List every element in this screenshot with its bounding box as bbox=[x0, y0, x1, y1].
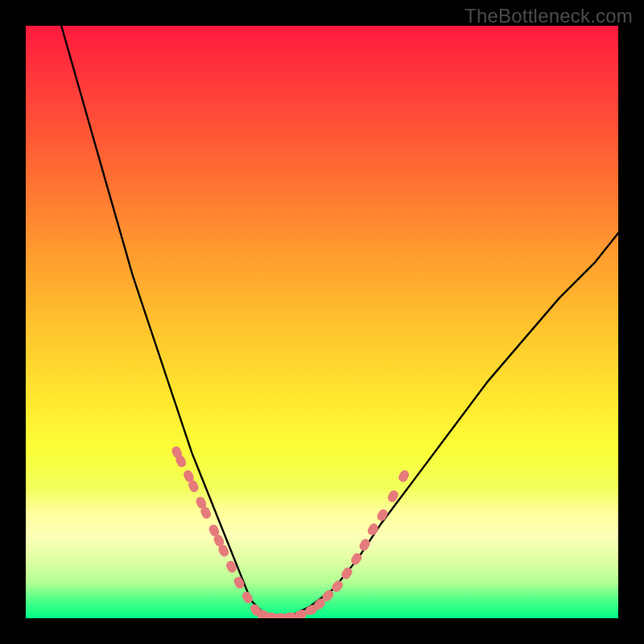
bottleneck-curve bbox=[61, 26, 618, 618]
curve-marker bbox=[397, 469, 411, 483]
curve-path bbox=[61, 26, 618, 618]
curve-marker bbox=[366, 522, 380, 537]
chart-frame: TheBottleneck.com bbox=[0, 0, 644, 644]
plot-area bbox=[26, 26, 618, 618]
curve-marker bbox=[283, 612, 296, 618]
curve-markers bbox=[171, 445, 411, 618]
curve-marker bbox=[233, 576, 246, 590]
curve-marker bbox=[376, 508, 390, 523]
curve-layer bbox=[26, 26, 618, 618]
watermark-text: TheBottleneck.com bbox=[464, 5, 633, 27]
